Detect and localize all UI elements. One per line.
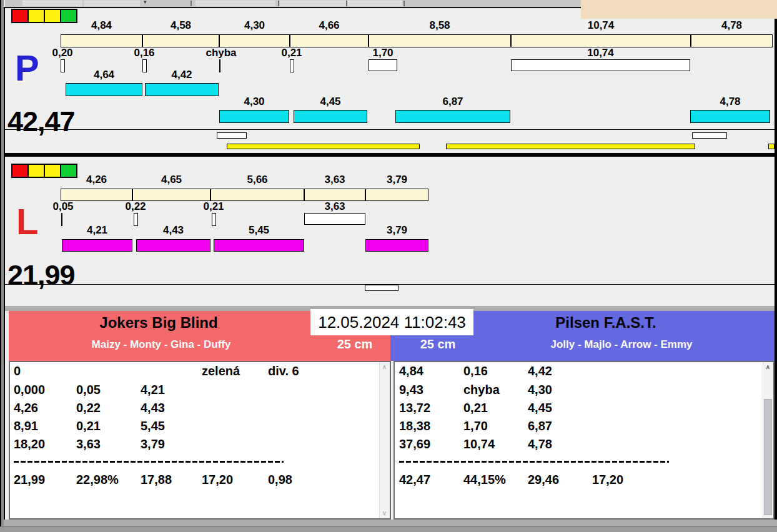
lane-P-run-bar <box>294 110 367 123</box>
totals-divider <box>399 461 669 463</box>
totals-cell: 42,47 <box>399 473 430 487</box>
app-window: ▾ P 42,47 L 21,99 Jokers Big Blind Maizy… <box>0 0 777 532</box>
lane-P-box-tick <box>219 59 220 72</box>
toolbar-segment <box>22 1 82 6</box>
lane-P-run-bar <box>145 83 219 96</box>
vertical-scrollbar[interactable]: ∧∨ <box>379 362 390 518</box>
lane-P-split-segment <box>142 34 219 47</box>
window-border-bottom-outer <box>0 526 777 532</box>
panel-border-left <box>4 7 5 528</box>
lane-L-box-tick <box>212 213 216 226</box>
lane-P-split-segment <box>219 34 290 47</box>
table-row: 13,720,214,45 <box>395 401 773 419</box>
status-light <box>44 9 61 23</box>
totals-cell: 22,98% <box>76 473 119 487</box>
table-row: 8,910,215,45 <box>10 419 390 437</box>
lane-P-box-tick <box>142 59 147 72</box>
table-row: 9,43chyba4,30 <box>395 383 773 401</box>
lane-L-split-label: 3,79 <box>369 174 425 186</box>
lane-L-box-tick <box>304 213 365 225</box>
table-cell: 0 <box>14 364 21 378</box>
window-border-right <box>775 19 777 532</box>
status-lights-P <box>11 9 77 23</box>
lane-L-split-segment <box>210 189 304 201</box>
lane-P-box-time-label: 0,21 <box>264 47 320 59</box>
totals-cell: 17,20 <box>592 473 623 487</box>
scroll-down-icon[interactable]: ∨ <box>380 510 389 517</box>
sensor-mark-yellow <box>227 144 420 149</box>
results-table-right[interactable]: 4,840,164,429,43chyba4,3013,720,214,4518… <box>393 361 775 520</box>
totals-cell: 0,98 <box>268 473 292 487</box>
lane-L-split-segment <box>132 189 210 201</box>
lane-L-run-label: 4,21 <box>69 224 126 237</box>
window-border-bottom <box>4 520 777 526</box>
table-cell: 4,84 <box>399 364 423 378</box>
toolbar-segment <box>84 1 140 6</box>
table-row: 18,203,633,79 <box>10 437 390 455</box>
table-cell: 4,30 <box>528 383 552 397</box>
table-cell: 37,69 <box>399 437 430 451</box>
totals-cell: 17,88 <box>141 473 172 487</box>
lane-P-split-segment <box>511 34 691 47</box>
lane-P-split-segment <box>290 34 369 47</box>
lane-L-split-segment <box>304 189 365 201</box>
lane-P-box-time-label: 0,20 <box>34 47 91 59</box>
lane-L-box-time-label: 0,21 <box>186 200 242 213</box>
lane-L-box-time-label: 3,63 <box>307 200 363 213</box>
table-cell: 0,05 <box>76 383 101 397</box>
lane-P-split-label: 4,84 <box>74 19 130 32</box>
lane-L-split-label: 3,63 <box>307 174 363 186</box>
lane-L-split-label: 4,26 <box>69 174 125 186</box>
table-row: 0zelenádiv. 6 <box>10 364 390 382</box>
table-cell: 8,91 <box>14 419 38 433</box>
scroll-thumb[interactable] <box>764 399 772 515</box>
table-cell: 4,43 <box>141 401 165 415</box>
table-cell: div. 6 <box>268 364 299 378</box>
scroll-up-icon[interactable]: ∧ <box>763 363 773 371</box>
totals-cell: 17,20 <box>202 473 233 487</box>
table-cell: 4,45 <box>528 401 552 415</box>
table-row: 37,6910,744,78 <box>395 437 773 455</box>
lane-P-box-time-label: 0,16 <box>116 47 172 59</box>
scroll-up-icon[interactable]: ∧ <box>380 363 389 371</box>
lane-P-split-segment <box>369 34 511 47</box>
lane-P-box-time-label: 10,74 <box>573 47 629 59</box>
vertical-scrollbar[interactable]: ∧∨ <box>763 362 773 518</box>
team-name: Pilsen F.A.S.T. <box>447 314 765 332</box>
lane-P-split-label: 10,74 <box>573 19 629 32</box>
table-row: 4,840,164,42 <box>395 364 773 382</box>
results-table-left[interactable]: 0zelenádiv. 60,0000,054,214,260,224,438,… <box>9 361 391 520</box>
totals-cell: 21,99 <box>14 473 45 487</box>
lane-P-split-label: 4,66 <box>301 19 357 32</box>
table-row: 18,381,706,87 <box>395 419 773 437</box>
toolbar-tick <box>346 1 347 6</box>
status-light <box>27 164 45 178</box>
toolbar-segment <box>347 1 402 6</box>
lane-L-split-segment <box>365 189 428 201</box>
table-cell: zelená <box>202 364 240 378</box>
table-cell: 4,42 <box>528 364 552 378</box>
chevron-down-icon[interactable]: ▾ <box>144 0 147 5</box>
toolbar-tick <box>403 1 405 6</box>
jump-height-badge: 25 cm <box>325 337 385 352</box>
lane-L-run-bar <box>365 239 428 252</box>
totals-divider <box>14 461 284 463</box>
lane-total-P: 42,47 <box>7 107 75 135</box>
lane-L-run-label: 5,45 <box>231 224 287 237</box>
sensor-mark-white <box>365 285 398 291</box>
lane-P-split-label: 8,58 <box>412 19 468 32</box>
background-window-toolbar[interactable]: ▾ <box>5 0 581 7</box>
table-cell: 0,21 <box>463 401 488 415</box>
team-dogs: Maizy - Monty - Gina - Duffy <box>9 338 314 351</box>
totals-cell: 29,46 <box>528 473 559 487</box>
lane-P-box-tick <box>511 59 690 71</box>
lane-P-run-bar <box>66 83 142 96</box>
lane-P-baseline <box>5 129 775 130</box>
status-light <box>11 164 29 178</box>
table-cell: 9,43 <box>399 383 423 397</box>
lane-L-box-time-label: 0,05 <box>35 200 91 213</box>
toolbar-tick <box>191 1 192 6</box>
table-cell: 0,16 <box>463 364 488 378</box>
table-cell: 13,72 <box>399 401 430 415</box>
toolbar-tick <box>278 1 279 6</box>
